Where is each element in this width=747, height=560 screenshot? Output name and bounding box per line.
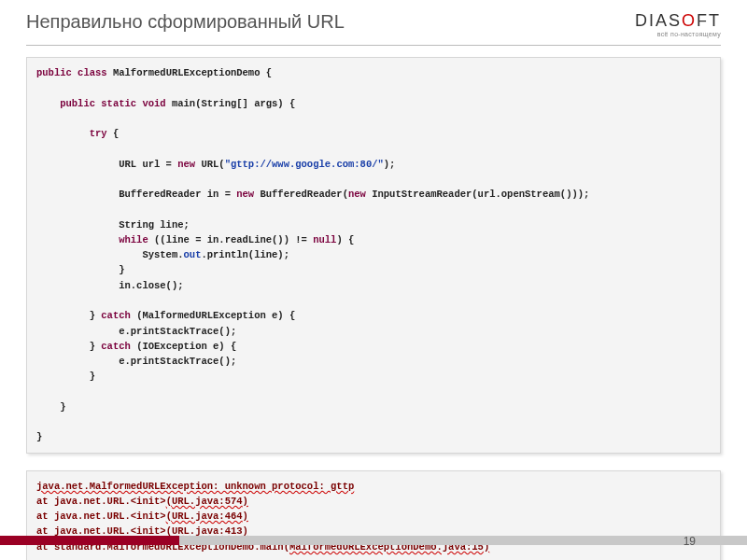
- code-token: new: [236, 189, 254, 200]
- code-block: public class MalformedURLExceptionDemo {…: [26, 57, 721, 454]
- code-token: public static void: [36, 98, 166, 109]
- code-token: try: [36, 128, 107, 139]
- code-token: ) {: [336, 234, 354, 245]
- footer-accent-bar: [0, 536, 747, 545]
- code-token: while: [36, 234, 148, 245]
- code-token: e.printStackTrace();: [36, 356, 236, 367]
- code-token: ((line = in.readLine()) !=: [148, 234, 313, 245]
- brand-logo-prefix: DIAS: [635, 11, 682, 30]
- code-token: BufferedReader in =: [36, 189, 236, 200]
- footer-bar-red: [0, 536, 179, 545]
- code-token: URL url =: [36, 159, 177, 170]
- code-token: String line;: [36, 219, 190, 231]
- code-token: new: [348, 189, 366, 200]
- error-token: at java.net.URL.<init>: [36, 511, 166, 522]
- code-token: main(String[] args) {: [166, 98, 296, 109]
- code-token: "gttp://www.google.com:80/": [225, 159, 384, 170]
- code-token: }: [36, 371, 95, 382]
- brand-logo-tagline: всё по-настоящему: [635, 31, 721, 37]
- code-token: }: [36, 401, 66, 413]
- code-token: }: [36, 431, 42, 442]
- error-token: : unknown protocol: gttp: [213, 481, 354, 492]
- code-token: System.: [36, 249, 184, 260]
- page-number: 19: [684, 535, 696, 548]
- slide-title: Неправильно сформированный URL: [26, 11, 345, 33]
- slide-footer: 19: [0, 536, 747, 560]
- code-token: new: [177, 159, 195, 170]
- code-token: URL(: [195, 159, 225, 170]
- error-token: at java.net.URL.<init>: [36, 496, 166, 507]
- code-token: public class: [36, 67, 107, 78]
- brand-logo: DIASOFT всё по-настоящему: [635, 11, 721, 37]
- error-token: URL.java:464: [172, 511, 243, 522]
- header-divider: [26, 45, 721, 46]
- code-token: .println(line);: [201, 249, 289, 260]
- brand-logo-accent: O: [682, 11, 697, 30]
- error-token: URL.java:574: [172, 496, 243, 507]
- code-token: );: [384, 159, 396, 170]
- code-token: }: [36, 264, 125, 275]
- footer-bar-grey: [179, 536, 747, 545]
- code-token: MalformedURLExceptionDemo {: [107, 67, 272, 78]
- code-token: BufferedReader(: [254, 189, 348, 200]
- code-token: in.close();: [36, 280, 184, 291]
- code-token: InputStreamReader(url.openStream()));: [366, 189, 589, 200]
- brand-logo-suffix: FT: [697, 11, 721, 30]
- code-token: }: [36, 310, 101, 321]
- slide-header: Неправильно сформированный URL DIASOFT в…: [0, 0, 747, 45]
- code-token: catch: [101, 310, 131, 321]
- brand-logo-text: DIASOFT: [635, 11, 721, 31]
- code-token: (IOException e) {: [131, 341, 236, 352]
- code-token: {: [107, 128, 120, 139]
- code-token: }: [36, 341, 101, 352]
- error-token: java.net.MalformedURLException: [36, 481, 213, 492]
- code-token: null: [313, 234, 336, 245]
- code-token: out: [184, 249, 202, 260]
- error-token: ): [243, 496, 248, 507]
- error-token: ): [243, 511, 248, 522]
- code-token: catch: [101, 341, 131, 352]
- code-token: (MalformedURLException e) {: [131, 310, 295, 321]
- code-token: e.printStackTrace();: [36, 326, 236, 337]
